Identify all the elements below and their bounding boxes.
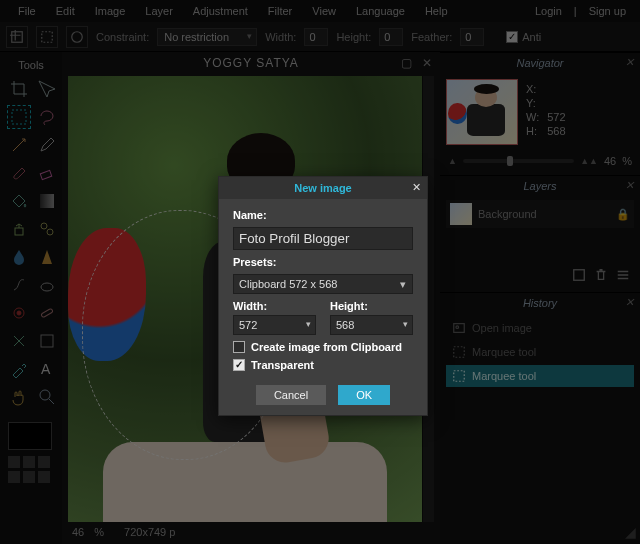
window-close-icon[interactable]: ✕ (420, 56, 434, 70)
svg-rect-4 (40, 170, 51, 179)
blur-tool-icon[interactable] (8, 246, 30, 268)
layer-row[interactable]: Background 🔒 (446, 200, 634, 228)
feather-input[interactable]: 0 (460, 28, 484, 46)
layer-settings-icon[interactable] (572, 268, 586, 284)
lasso-tool-icon[interactable] (36, 106, 58, 128)
menu-layer[interactable]: Layer (135, 5, 183, 17)
dialog-close-icon[interactable]: ✕ (412, 181, 421, 194)
navigator-title: Navigator (516, 57, 563, 69)
menu-edit[interactable]: Edit (46, 5, 85, 17)
history-item[interactable]: Marquee tool (446, 341, 634, 363)
marquee-tool-icon[interactable] (8, 106, 30, 128)
layers-close-icon[interactable]: ✕ (625, 179, 634, 192)
liquify-tool-icon[interactable] (8, 330, 30, 352)
cancel-button[interactable]: Cancel (256, 385, 326, 405)
menu-adjustment[interactable]: Adjustment (183, 5, 258, 17)
bucket-tool-icon[interactable] (8, 190, 30, 212)
foreground-swatch[interactable] (8, 422, 52, 450)
antialias-label: Anti (522, 31, 541, 43)
eraser-tool-icon[interactable] (36, 162, 58, 184)
type-tool-icon[interactable]: A (36, 358, 58, 380)
menu-help[interactable]: Help (415, 5, 458, 17)
sharpen-tool-icon[interactable] (36, 246, 58, 268)
dlg-height-input[interactable]: 568 (330, 315, 413, 335)
window-maximize-icon[interactable]: ▢ (400, 56, 414, 70)
redeye-tool-icon[interactable] (8, 302, 30, 324)
svg-point-15 (40, 390, 50, 400)
new-image-dialog: New image ✕ Name: Presets: Clipboard 572… (218, 176, 428, 416)
svg-rect-17 (454, 324, 465, 333)
svg-point-7 (41, 223, 47, 229)
swatch-chips[interactable] (0, 456, 62, 483)
svg-point-11 (17, 311, 21, 315)
opt-height-label: Height: (336, 31, 371, 43)
lock-icon[interactable]: 🔒 (616, 208, 630, 221)
svg-text:A: A (41, 361, 51, 377)
antialias-checkbox[interactable]: Anti (506, 31, 541, 43)
history-label: Marquee tool (472, 370, 536, 382)
menu-file[interactable]: File (8, 5, 46, 17)
crop-mode-icon[interactable] (6, 26, 28, 48)
svg-rect-12 (41, 308, 53, 317)
svg-rect-5 (40, 194, 54, 208)
checkbox-icon (233, 359, 245, 371)
hand-tool-icon[interactable] (8, 386, 30, 408)
replace-color-tool-icon[interactable] (36, 218, 58, 240)
transparent-checkbox[interactable]: Transparent (233, 359, 413, 371)
constraint-select[interactable]: No restriction (157, 28, 257, 46)
dlg-width-input[interactable]: 572 (233, 315, 316, 335)
sponge-tool-icon[interactable] (36, 274, 58, 296)
heal-tool-icon[interactable] (36, 302, 58, 324)
menu-language[interactable]: Language (346, 5, 415, 17)
presets-select[interactable]: Clipboard 572 x 568 (233, 274, 413, 294)
history-label: Open image (472, 322, 532, 334)
layers-panel: Layers ✕ Background 🔒 (440, 175, 640, 292)
nav-x-label: X: (526, 83, 539, 95)
presets-label: Presets: (233, 256, 413, 268)
svg-rect-20 (454, 371, 465, 382)
svg-rect-6 (15, 228, 23, 235)
gradient-tool-icon[interactable] (36, 190, 58, 212)
smudge-tool-icon[interactable] (8, 274, 30, 296)
clone-tool-icon[interactable] (8, 218, 30, 240)
zoom-slider[interactable] (463, 159, 574, 163)
login-link[interactable]: Login (529, 5, 568, 17)
navigator-thumbnail[interactable] (446, 79, 518, 145)
layer-delete-icon[interactable] (594, 268, 608, 284)
tools-title: Tools (0, 56, 62, 74)
eyedropper-tool-icon[interactable] (8, 358, 30, 380)
menu-view[interactable]: View (302, 5, 346, 17)
clipboard-checkbox[interactable]: Create image from Clipboard (233, 341, 413, 353)
ok-button[interactable]: OK (338, 385, 390, 405)
brush-tool-icon[interactable] (8, 162, 30, 184)
ellipse-mode-icon[interactable] (66, 26, 88, 48)
wand-tool-icon[interactable] (8, 134, 30, 156)
menu-filter[interactable]: Filter (258, 5, 302, 17)
svg-rect-0 (12, 31, 23, 42)
menu-image[interactable]: Image (85, 5, 136, 17)
zoom-in-icon[interactable]: ▲▲ (580, 156, 598, 166)
history-item[interactable]: Marquee tool (446, 365, 634, 387)
opt-width-input[interactable]: 0 (304, 28, 328, 46)
svg-rect-19 (454, 347, 465, 358)
name-input[interactable] (233, 227, 413, 250)
layer-menu-icon[interactable] (616, 268, 630, 284)
history-close-icon[interactable]: ✕ (625, 296, 634, 309)
tools-panel: Tools (0, 52, 62, 544)
svg-rect-16 (574, 270, 585, 281)
zoom-tool-icon[interactable] (36, 386, 58, 408)
move-tool-icon[interactable] (36, 78, 58, 100)
navigator-close-icon[interactable]: ✕ (625, 56, 634, 69)
shape-tool-icon[interactable] (36, 330, 58, 352)
opt-height-input[interactable]: 0 (379, 28, 403, 46)
crop-tool-icon[interactable] (8, 78, 30, 100)
signup-link[interactable]: Sign up (583, 5, 632, 17)
zoom-out-icon[interactable]: ▲ (448, 156, 457, 166)
marquee-mode-icon[interactable] (36, 26, 58, 48)
pencil-tool-icon[interactable] (36, 134, 58, 156)
history-item[interactable]: Open image (446, 317, 634, 339)
svg-point-8 (47, 229, 53, 235)
name-label: Name: (233, 209, 413, 221)
resize-grip-icon[interactable]: ◢ (625, 524, 636, 540)
right-panels: Navigator ✕ X: Y: W:572 H:568 ▲ (440, 52, 640, 544)
